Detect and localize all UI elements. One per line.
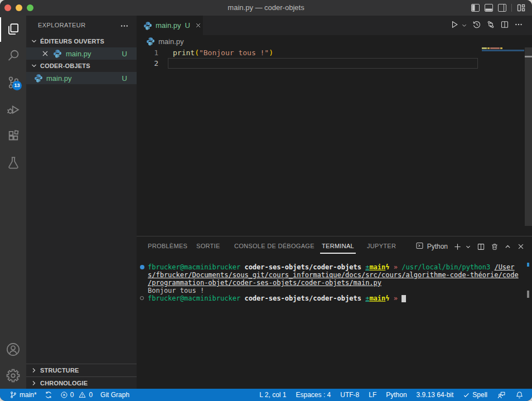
activity-extensions-icon[interactable] — [0, 123, 26, 149]
compare-changes-icon[interactable] — [486, 20, 495, 31]
terminal-row: fbrucker@macminibrucker coder-ses-objets… — [137, 294, 532, 302]
breadcrumbs[interactable]: main.py — [137, 35, 532, 47]
explorer-sidebar: EXPLORATEUR ÉDITEURS OUVERTS main.py U C… — [26, 16, 137, 389]
indentation-status[interactable]: Espaces : 4 — [296, 391, 331, 399]
sidebar-title: EXPLORATEUR — [38, 16, 86, 35]
settings-gear-icon[interactable] — [0, 362, 26, 389]
terminal-shell-label: Python — [427, 243, 448, 250]
minimap-current-line — [482, 50, 524, 51]
overview-ruler-cursor-mark — [525, 56, 532, 57]
toggle-primary-sidebar-icon[interactable] — [471, 4, 480, 12]
code-editor[interactable]: 1 print("Bonjour tous !") 2 — [137, 47, 532, 236]
activity-testing-icon[interactable] — [0, 149, 26, 176]
python-file-icon — [34, 74, 43, 83]
split-editor-icon[interactable] — [500, 20, 509, 31]
notifications-bell-icon[interactable] — [515, 391, 524, 399]
terminal-text-segment: /programmation-objet/coder-ses-objets/co… — [148, 279, 381, 287]
spell-label: Spell — [472, 391, 487, 399]
tab-git-badge: U — [185, 21, 190, 30]
run-dropdown-chevron-icon[interactable] — [461, 21, 467, 31]
git-branch-status[interactable]: main* — [9, 391, 37, 399]
activity-run-debug-icon[interactable] — [0, 96, 26, 123]
terminal-row: fbrucker@macminibrucker coder-ses-objets… — [137, 263, 532, 271]
error-count: 0 — [70, 391, 74, 399]
close-editor-icon[interactable] — [41, 49, 50, 58]
sync-changes-button[interactable] — [45, 391, 52, 399]
code-token: ( — [195, 49, 199, 57]
python-interpreter-status[interactable]: 3.9.13 64-bit — [417, 391, 454, 399]
kill-terminal-trash-icon[interactable] — [491, 243, 499, 251]
activity-explorer-icon[interactable] — [0, 16, 26, 42]
terminal-text-segment: s/fbrucker/Documents/sous_git/cours_info… — [148, 271, 519, 279]
terminal-text-segment: » — [394, 263, 398, 271]
terminal-prompt-decoration[interactable] — [140, 296, 144, 300]
tab-mainpy[interactable]: main.py U — [137, 16, 203, 35]
terminal-text-segment — [390, 294, 394, 302]
minimap-code-mark — [500, 47, 502, 49]
problems-status[interactable]: 0 0 — [60, 391, 93, 399]
eol-status[interactable]: LF — [369, 391, 376, 399]
terminal-text-segment: » — [394, 294, 398, 302]
terminal-text-segment — [390, 263, 394, 271]
explorer-more-actions-icon[interactable] — [120, 21, 129, 32]
panel-tab-jupyter[interactable]: JUPYTER — [367, 243, 396, 249]
activity-bar: 13 — [0, 16, 26, 389]
language-mode-status[interactable]: Python — [386, 391, 407, 399]
editor-scrollbar[interactable] — [525, 47, 532, 226]
terminal-dropdown-chevron-icon[interactable] — [465, 244, 471, 250]
close-tab-icon[interactable] — [195, 22, 202, 29]
cursor-position-status[interactable]: L 2, col 1 — [259, 391, 286, 399]
feedback-icon[interactable] — [497, 391, 506, 399]
toggle-secondary-sidebar-icon[interactable] — [498, 4, 506, 12]
more-actions-icon[interactable] — [514, 20, 523, 31]
chevron-right-icon — [30, 379, 38, 388]
git-untracked-badge: U — [122, 74, 127, 83]
timeline-section-header[interactable]: CHRONOLOGIE — [26, 376, 137, 389]
terminal-text-segment: main — [369, 294, 385, 302]
git-graph-button[interactable]: Git Graph — [100, 391, 129, 399]
panel-tab-sortie[interactable]: SORTIE — [196, 243, 220, 249]
tab-bar: main.py U — [137, 16, 532, 35]
git-graph-label: Git Graph — [100, 391, 129, 399]
terminal-row: Bonjour tous ! — [137, 287, 532, 294]
toggle-panel-icon[interactable] — [485, 4, 493, 12]
panel: PROBLÈMESSORTIECONSOLE DE DÉBOGAGETERMIN… — [137, 236, 532, 389]
terminal-text-segment: ϟ — [385, 263, 389, 271]
customize-layout-icon[interactable] — [517, 4, 525, 12]
open-editor-item-mainpy[interactable]: main.py U — [26, 47, 137, 60]
maximize-panel-chevron-icon[interactable] — [504, 243, 511, 250]
minimap[interactable] — [480, 47, 524, 114]
terminal-text-segment: /User — [494, 263, 514, 271]
new-terminal-icon[interactable] — [453, 243, 462, 251]
encoding-status[interactable]: UTF-8 — [340, 391, 359, 399]
titlebar: main.py — coder-objets — [0, 0, 532, 16]
panel-tab-terminal[interactable]: TERMINAL — [322, 243, 354, 249]
code-token: "Bonjour tous !" — [199, 49, 269, 57]
source-control-badge: 13 — [12, 81, 22, 90]
open-editors-section-header[interactable]: ÉDITEURS OUVERTS — [26, 35, 137, 47]
file-item-mainpy[interactable]: main.py U — [26, 72, 137, 84]
terminal-command-decoration[interactable] — [140, 265, 144, 269]
run-python-file-icon[interactable] — [450, 20, 459, 31]
workspace-folder-label: CODER-OBJETS — [40, 62, 90, 69]
panel-tab-console-de-d-bogage[interactable]: CONSOLE DE DÉBOGAGE — [234, 243, 315, 249]
terminal-row: /programmation-objet/coder-ses-objets/co… — [137, 279, 532, 287]
breadcrumb-file-name: main.py — [158, 37, 184, 46]
terminal-text-segment: ϟ — [385, 294, 389, 302]
error-circle-icon — [60, 391, 68, 399]
activity-search-icon[interactable] — [0, 42, 26, 69]
timeline-history-icon[interactable] — [472, 20, 481, 31]
terminal-launch-icon[interactable] — [415, 241, 424, 252]
close-panel-icon[interactable] — [517, 243, 525, 250]
chevron-down-icon — [30, 61, 38, 70]
terminal-output[interactable]: fbrucker@macminibrucker coder-ses-objets… — [137, 263, 532, 302]
outline-section-header[interactable]: STRUCTURE — [26, 364, 137, 376]
split-terminal-icon[interactable] — [477, 243, 485, 251]
workspace-section-header[interactable]: CODER-OBJETS — [26, 60, 137, 72]
panel-tab-probl-mes[interactable]: PROBLÈMES — [148, 243, 187, 249]
editor-group: main.py U main.py 1 print("Bonjour tous … — [137, 16, 532, 389]
terminal-overview-prompt-mark — [527, 291, 529, 298]
accounts-icon[interactable] — [0, 336, 26, 363]
python-file-icon — [143, 21, 152, 30]
spell-checker-status[interactable]: Spell — [463, 391, 487, 399]
